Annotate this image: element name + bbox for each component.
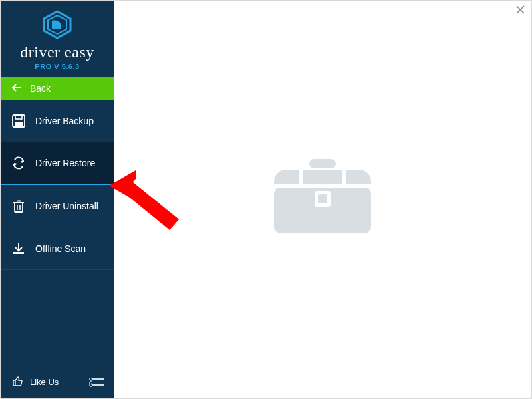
minimize-button[interactable] <box>495 5 504 17</box>
brand-logo-icon <box>41 10 74 42</box>
like-us-button[interactable]: Like Us <box>11 375 59 389</box>
svg-rect-22 <box>299 170 303 184</box>
trash-icon <box>11 200 26 213</box>
svg-rect-10 <box>15 203 23 212</box>
like-us-label: Like Us <box>30 377 59 387</box>
sidebar-item-label: Offline Scan <box>35 243 86 254</box>
main-panel <box>114 1 531 398</box>
sidebar-item-offline-scan[interactable]: Offline Scan <box>1 227 114 270</box>
save-icon <box>11 114 26 128</box>
svg-rect-23 <box>342 170 346 184</box>
svg-rect-19 <box>274 184 371 188</box>
close-button[interactable] <box>516 5 525 17</box>
app-window: driver easy PRO V 5.6.3 Back Driver Back… <box>0 0 532 399</box>
thumbs-up-icon <box>11 375 23 389</box>
sidebar-item-driver-backup[interactable]: Driver Backup <box>1 100 114 142</box>
sidebar-item-label: Driver Restore <box>35 158 95 168</box>
menu-icon[interactable] <box>92 378 104 386</box>
sidebar-item-label: Driver Backup <box>35 116 94 126</box>
brand-name: driver easy <box>20 43 94 61</box>
svg-rect-16 <box>13 252 24 254</box>
back-button[interactable]: Back <box>1 77 114 100</box>
window-controls <box>495 5 525 17</box>
svg-rect-21 <box>318 194 327 203</box>
svg-rect-7 <box>15 122 23 126</box>
svg-rect-17 <box>309 159 336 168</box>
sidebar-item-driver-uninstall[interactable]: Driver Uninstall <box>1 185 114 227</box>
toolbox-placeholder-icon <box>273 155 372 244</box>
sidebar-footer: Like Us <box>1 367 114 398</box>
brand-version: PRO V 5.6.3 <box>35 63 79 70</box>
brand-block: driver easy PRO V 5.6.3 <box>1 1 114 77</box>
back-label: Back <box>30 83 51 94</box>
arrow-left-icon <box>11 83 22 94</box>
download-icon <box>11 242 26 255</box>
svg-marker-9 <box>14 163 17 166</box>
sidebar: driver easy PRO V 5.6.3 Back Driver Back… <box>1 1 114 398</box>
refresh-icon <box>11 156 26 170</box>
sidebar-menu: Driver Backup Driver Restore Driver Unin… <box>1 100 114 270</box>
svg-marker-8 <box>20 160 23 163</box>
sidebar-item-label: Driver Uninstall <box>35 201 98 211</box>
sidebar-item-driver-restore[interactable]: Driver Restore <box>1 142 114 185</box>
